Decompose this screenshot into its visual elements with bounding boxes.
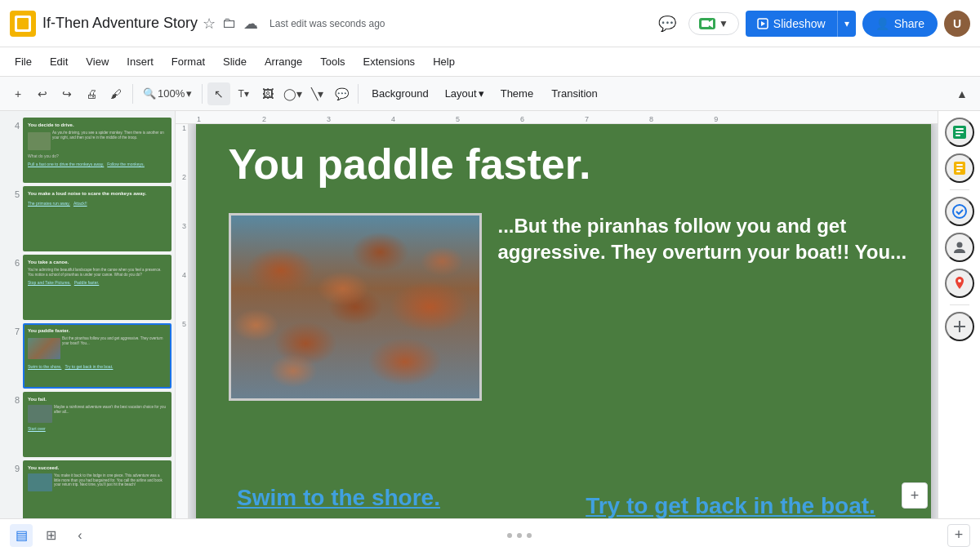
- play-icon: [757, 18, 768, 29]
- menu-help[interactable]: Help: [425, 52, 463, 71]
- undo-button[interactable]: ↩: [31, 82, 54, 105]
- slide-canvas[interactable]: You paddle faster. ...But the piranhas f…: [196, 124, 931, 518]
- menu-insert[interactable]: Insert: [118, 52, 162, 71]
- layout-button[interactable]: Layout ▾: [439, 84, 491, 103]
- redo-button[interactable]: ↪: [56, 82, 78, 105]
- slideshow-dropdown[interactable]: ▾: [838, 11, 856, 36]
- svg-rect-11: [956, 171, 960, 172]
- svg-rect-10: [956, 167, 963, 169]
- slideshow-main[interactable]: Slideshow: [746, 11, 838, 37]
- sidebar-plus-icon[interactable]: [945, 312, 974, 341]
- cursor-tool[interactable]: ↖: [207, 82, 230, 105]
- thumb-6-title: You take a canoe.: [28, 260, 167, 266]
- slide-row-4: 4 You decide to drive. As you're driving…: [3, 118, 172, 183]
- menu-format[interactable]: Format: [163, 52, 213, 71]
- slide-num-9: 9: [3, 460, 20, 473]
- slide-fish-image[interactable]: [229, 213, 482, 401]
- menu-slide[interactable]: Slide: [215, 52, 255, 71]
- transition-button[interactable]: Transition: [543, 84, 606, 103]
- slide-thumb-6[interactable]: You take a canoe. You're admiring the be…: [23, 255, 172, 320]
- folder-icon[interactable]: 🗀: [222, 15, 237, 32]
- sidebar-keep-icon[interactable]: [945, 153, 974, 183]
- slide-link-right[interactable]: Try to get back in the boat.: [547, 492, 915, 518]
- canvas-area: You paddle faster. ...But the piranhas f…: [189, 124, 938, 518]
- thumb-4-title: You decide to drive.: [28, 122, 167, 129]
- thumb-8-content: You fail. Maybe a rainforest adventure w…: [24, 393, 170, 434]
- slide-num-5: 5: [3, 186, 20, 199]
- thumb-5-link-1: The primates run away.: [28, 201, 70, 207]
- thumb-9-img: [28, 473, 52, 491]
- theme-button[interactable]: Theme: [492, 84, 541, 103]
- add-button[interactable]: +: [7, 82, 29, 105]
- slide-thumb-5[interactable]: You make a loud noise to scare the monke…: [23, 186, 172, 251]
- thumb-7-body: But the piranhas follow you and get aggr…: [62, 336, 167, 346]
- collapse-toolbar-button[interactable]: ▲: [951, 82, 973, 105]
- image-tool[interactable]: 🖼: [256, 82, 279, 105]
- star-icon[interactable]: ☆: [203, 15, 216, 33]
- slide-num-7: 7: [3, 323, 20, 336]
- menu-extensions[interactable]: Extensions: [355, 52, 424, 71]
- svg-rect-5: [956, 128, 964, 130]
- right-sidebar: [938, 111, 980, 518]
- bottom-right-controls: +: [947, 524, 970, 547]
- separator-2: [202, 84, 203, 104]
- slide-right-text[interactable]: ...But the piranhas follow you and get a…: [498, 213, 915, 266]
- layout-arrow: ▾: [479, 87, 484, 100]
- add-to-slide-button[interactable]: +: [902, 482, 928, 509]
- text-box-tool[interactable]: T▾: [232, 82, 255, 105]
- thumb-4-content: You decide to drive. As you're driving, …: [24, 119, 170, 171]
- app-logo[interactable]: [10, 11, 36, 37]
- slide-thumb-9[interactable]: You succeed. You make it back to the lod…: [23, 460, 172, 518]
- thumb-5-links: The primates run away. Attack!!: [28, 201, 167, 207]
- ruler-v-tick-4: 4: [182, 271, 188, 320]
- fish-layer-2: [231, 216, 479, 398]
- paint-button[interactable]: 🖌: [105, 82, 127, 105]
- menu-tools[interactable]: Tools: [312, 52, 353, 71]
- sidebar-maps-icon[interactable]: [945, 269, 974, 298]
- sidebar-sheets-icon[interactable]: [945, 118, 974, 147]
- comment-tool[interactable]: 💬: [330, 82, 353, 105]
- comment-button[interactable]: 💬: [653, 9, 682, 38]
- thumb-6-links: Stop and Take Pictures. Paddle faster.: [28, 280, 167, 286]
- thumb-7-content: You paddle faster. But the piranhas foll…: [24, 325, 170, 372]
- filmstrip-view-button[interactable]: ▤: [10, 524, 33, 547]
- print-button[interactable]: 🖨: [80, 82, 103, 105]
- user-avatar[interactable]: U: [944, 11, 970, 37]
- share-button[interactable]: 👤 Share: [862, 11, 938, 37]
- sidebar-tasks-icon[interactable]: [945, 197, 974, 226]
- slide-row-5: 5 You make a loud noise to scare the mon…: [3, 186, 172, 251]
- thumb-8-img: [28, 405, 52, 423]
- slide-link-left[interactable]: Swim to the shore.: [229, 484, 449, 512]
- grid-view-button[interactable]: ⊞: [39, 524, 62, 547]
- slide-row-9: 9 You succeed. You make it back to the l…: [3, 460, 172, 518]
- thumb-9-title: You succeed.: [28, 465, 167, 472]
- line-tool[interactable]: ╲▾: [305, 82, 328, 105]
- slide-main-title[interactable]: You paddle faster.: [229, 140, 591, 189]
- collapse-panel-button[interactable]: ‹: [69, 524, 91, 547]
- cloud-icon[interactable]: ☁: [243, 15, 258, 33]
- menu-arrange[interactable]: Arrange: [256, 52, 310, 71]
- share-label: Share: [894, 17, 924, 30]
- menu-view[interactable]: View: [78, 52, 117, 71]
- slide-thumb-4[interactable]: You decide to drive. As you're driving, …: [23, 118, 172, 183]
- thumb-4-link-2: Follow the monkeys.: [107, 162, 145, 167]
- thumb-7-link-2: Try to get back in the boat.: [65, 364, 113, 370]
- sidebar-contacts-icon[interactable]: [945, 233, 974, 262]
- ruler-v-tick-1: 1: [182, 124, 188, 173]
- meet-button[interactable]: ▼: [688, 12, 739, 35]
- menu-edit[interactable]: Edit: [42, 52, 76, 71]
- menu-file[interactable]: File: [7, 52, 40, 71]
- top-right-actions: 💬 ▼ Slideshow ▾ 👤 Share U: [653, 9, 970, 38]
- background-button[interactable]: Background: [363, 84, 436, 103]
- last-edit: Last edit was seconds ago: [270, 18, 385, 29]
- shape-tool[interactable]: ◯▾: [281, 82, 304, 105]
- main-content: 4 You decide to drive. As you're driving…: [0, 111, 980, 518]
- thumb-8-title: You fail.: [28, 397, 167, 403]
- slideshow-button[interactable]: Slideshow ▾: [746, 11, 856, 37]
- sidebar-separator-1: [950, 189, 969, 190]
- slide-thumb-8[interactable]: You fail. Maybe a rainforest adventure w…: [23, 392, 172, 457]
- add-slide-button[interactable]: +: [947, 524, 970, 547]
- slide-thumb-7[interactable]: You paddle faster. But the piranhas foll…: [23, 323, 172, 389]
- zoom-select[interactable]: 🔍 100% ▾: [138, 86, 197, 101]
- separator-3: [358, 84, 359, 104]
